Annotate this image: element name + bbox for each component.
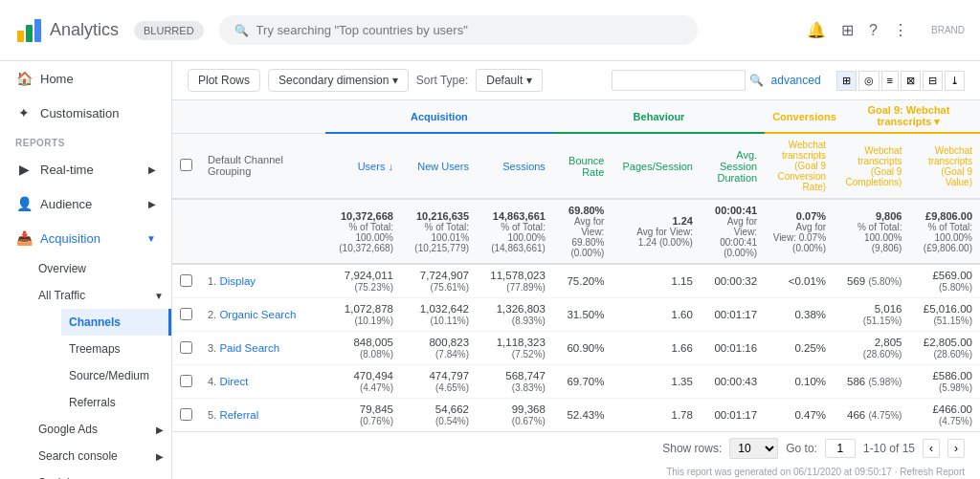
analytics-logo-icon xyxy=(15,17,42,44)
download-button[interactable]: ⤓ xyxy=(945,71,965,91)
row-bounce-rate: 60.90% xyxy=(553,332,612,365)
row-conv-rate: 0.25% xyxy=(765,332,834,365)
data-table-area: Acquisition Behaviour Conversions Goal 9… xyxy=(172,100,980,431)
row-new-users: 474,797 (4.65%) xyxy=(401,365,477,399)
totals-check xyxy=(172,199,200,264)
sessions-col-header[interactable]: Sessions xyxy=(477,133,553,199)
channel-col-header: Default Channel Grouping xyxy=(200,133,325,199)
sidebar-item-source-medium[interactable]: Source/Medium xyxy=(61,362,171,389)
main-layout: 🏠 Home ✦ Customisation REPORTS ▶ Real-ti… xyxy=(0,61,980,479)
searchconsole-expand-icon: ▶ xyxy=(156,451,164,462)
avg-session-col-header[interactable]: Avg. Session Duration xyxy=(701,133,765,199)
sort-default-button[interactable]: Default ▾ xyxy=(476,69,542,92)
row-avg-session: 00:00:32 xyxy=(701,264,765,298)
totals-sessions: 14,863,661 % of Total: 100.00% (14,863,6… xyxy=(477,199,553,264)
row-conv-rate: <0.01% xyxy=(765,264,834,298)
sidebar-item-google-ads[interactable]: Google Ads ▶ xyxy=(31,416,171,443)
row-completions: 5,016 (51.15%) xyxy=(834,298,909,332)
sidebar-item-audience[interactable]: 👤 Audience ▶ xyxy=(0,186,171,221)
row-avg-session: 00:01:17 xyxy=(701,298,765,332)
row-checkbox-cell[interactable] xyxy=(172,298,200,332)
row-checkbox[interactable] xyxy=(180,408,192,421)
go-to-input[interactable] xyxy=(825,439,856,458)
goal-label: Goal 9: Webchat transcripts ▾ xyxy=(845,104,972,128)
row-checkbox-cell[interactable] xyxy=(172,264,200,298)
sidebar-item-social[interactable]: Social ▶ xyxy=(31,469,171,479)
sidebar-item-overview[interactable]: Overview xyxy=(31,255,171,282)
sidebar-item-treemaps[interactable]: Treemaps xyxy=(61,336,171,362)
search-input[interactable] xyxy=(256,23,682,37)
row-checkbox-cell[interactable] xyxy=(172,365,200,399)
channel-link[interactable]: Organic Search xyxy=(219,309,296,320)
table-row: 3. Paid Search 848,005 (8.08%) 800,823 (… xyxy=(172,332,980,365)
search-bar[interactable]: 🔍 xyxy=(219,15,698,45)
pivot-view-button[interactable]: ⊠ xyxy=(901,71,921,91)
custom-view-button[interactable]: ⊟ xyxy=(923,71,943,91)
channel-link[interactable]: Direct xyxy=(219,376,248,387)
totals-avgsession: 00:00:41 Avg for View: 00:00:41 (0.00%) xyxy=(701,199,765,264)
row-checkbox-cell[interactable] xyxy=(172,399,200,432)
channel-link[interactable]: Referral xyxy=(219,409,258,421)
row-sessions: 99,368 (0.67%) xyxy=(477,399,553,432)
apps-icon[interactable]: ⊞ xyxy=(841,21,854,39)
account-selector[interactable]: BLURRED xyxy=(134,21,204,40)
bar-view-button[interactable]: ≡ xyxy=(881,71,899,91)
table-search-input[interactable] xyxy=(612,70,746,91)
channel-link[interactable]: Display xyxy=(219,275,256,287)
bounce-rate-col-header[interactable]: Bounce Rate xyxy=(553,133,612,199)
plot-rows-button[interactable]: Plot Rows xyxy=(188,69,260,92)
advanced-link[interactable]: advanced xyxy=(771,74,821,87)
pages-session-col-header[interactable]: Pages/Session xyxy=(612,133,701,199)
sidebar-label-referrals: Referrals xyxy=(69,396,116,409)
conversion-rate-col-header[interactable]: Webchat transcripts (Goal 9 Conversion R… xyxy=(765,133,834,199)
svg-rect-2 xyxy=(34,19,41,42)
row-checkbox[interactable] xyxy=(180,274,192,287)
sidebar-item-home[interactable]: 🏠 Home xyxy=(0,61,171,96)
more-vert-icon[interactable]: ⋮ xyxy=(893,21,908,39)
completions-col-header[interactable]: Webchat transcripts (Goal 9 Completions) xyxy=(834,133,909,199)
next-page-button[interactable]: › xyxy=(947,439,965,458)
sidebar-item-realtime[interactable]: ▶ Real-time ▶ xyxy=(0,152,171,186)
row-pages-session: 1.15 xyxy=(612,264,701,298)
row-sessions: 1,118,323 (7.52%) xyxy=(477,332,553,365)
sidebar-item-acquisition[interactable]: 📥 Acquisition ▼ xyxy=(0,221,171,255)
sidebar-item-alltraffic[interactable]: All Traffic ▼ xyxy=(31,282,171,309)
totals-row: 10,372,668 % of Total: 100.00% (10,372,6… xyxy=(172,199,980,264)
row-new-users: 1,032,642 (10.11%) xyxy=(401,298,477,332)
sidebar-label-google-ads: Google Ads xyxy=(38,423,98,436)
sidebar-item-customisation[interactable]: ✦ Customisation xyxy=(0,96,171,130)
row-users: 848,005 (8.08%) xyxy=(325,332,401,365)
logo: Analytics xyxy=(15,17,119,44)
sidebar-item-search-console[interactable]: Search console ▶ xyxy=(31,443,171,469)
prev-page-button[interactable]: ‹ xyxy=(923,439,940,458)
row-checkbox[interactable] xyxy=(180,308,192,320)
new-users-col-header[interactable]: New Users xyxy=(401,133,477,199)
value-col-header[interactable]: Webchat transcripts (Goal 9 Value) xyxy=(909,133,980,199)
sidebar-item-referrals[interactable]: Referrals xyxy=(61,389,171,416)
conversions-dropdown[interactable]: Conversions Goal 9: Webchat transcripts … xyxy=(772,104,972,128)
row-channel: 4. Direct xyxy=(200,365,325,399)
checkbox-header xyxy=(172,133,200,199)
sidebar-label-alltraffic: All Traffic xyxy=(38,289,85,302)
pie-view-button[interactable]: ◎ xyxy=(858,71,880,91)
page-range: 1-10 of 15 xyxy=(863,442,915,455)
row-checkbox[interactable] xyxy=(180,375,192,387)
row-checkbox[interactable] xyxy=(180,341,192,354)
channel-link[interactable]: Paid Search xyxy=(219,342,279,354)
table-search-icon[interactable]: 🔍 xyxy=(749,74,764,87)
sidebar-label-acquisition: Acquisition xyxy=(40,231,100,246)
acquisition-icon: 📥 xyxy=(15,230,33,246)
row-users: 470,494 (4.47%) xyxy=(325,365,401,399)
sidebar-item-channels[interactable]: Channels xyxy=(61,309,171,336)
users-col-header[interactable]: Users ↓ xyxy=(325,133,401,199)
pagination: Show rows: 10 25 50 100 Go to: 1-10 of 1… xyxy=(172,431,980,465)
totals-label xyxy=(200,199,325,264)
notification-icon[interactable]: 🔔 xyxy=(807,21,826,39)
secondary-dimension-button[interactable]: Secondary dimension ▾ xyxy=(268,69,409,92)
report-info: This report was generated on 06/11/2020 … xyxy=(172,465,980,479)
row-checkbox-cell[interactable] xyxy=(172,332,200,365)
select-all-checkbox[interactable] xyxy=(180,159,192,171)
show-rows-select[interactable]: 10 25 50 100 xyxy=(729,438,778,459)
help-icon[interactable]: ? xyxy=(869,22,878,39)
grid-view-button[interactable]: ⊞ xyxy=(836,71,857,91)
